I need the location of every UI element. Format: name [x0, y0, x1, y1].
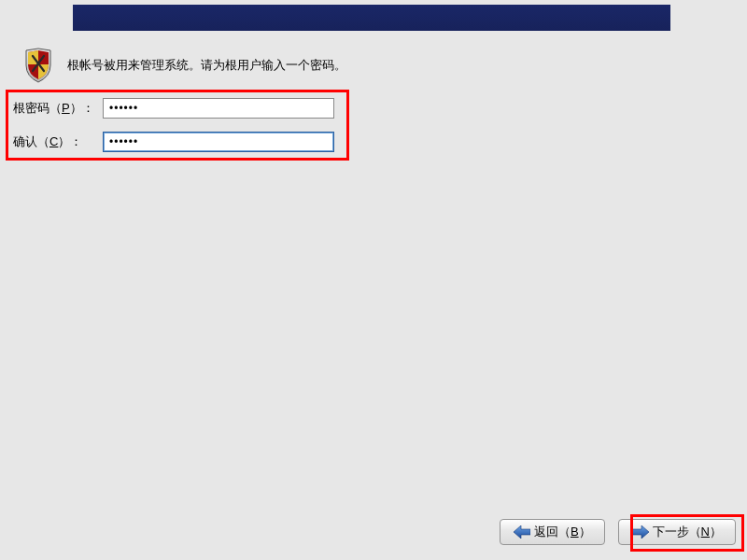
back-button[interactable]: 返回（B） — [500, 519, 605, 545]
description-row: 根帐号被用来管理系统。请为根用户输入一个密码。 — [22, 47, 346, 84]
password-form: 根密码（P）： 确认（C）： — [13, 97, 334, 164]
password-input[interactable] — [103, 98, 334, 119]
header-banner — [73, 5, 670, 31]
confirm-label: 确认（C）： — [13, 133, 103, 150]
next-button[interactable]: 下一步（N） — [618, 519, 736, 545]
confirm-input[interactable] — [103, 132, 334, 152]
password-label: 根密码（P）： — [13, 100, 103, 117]
next-button-label: 下一步（N） — [653, 524, 722, 540]
password-row: 根密码（P）： — [13, 97, 334, 119]
button-bar: 返回（B） 下一步（N） — [500, 519, 736, 545]
description-text: 根帐号被用来管理系统。请为根用户输入一个密码。 — [67, 57, 346, 74]
arrow-left-icon — [514, 525, 530, 539]
arrow-right-icon — [632, 525, 649, 539]
back-button-label: 返回（B） — [534, 524, 591, 540]
confirm-row: 确认（C）： — [13, 131, 334, 153]
shield-icon — [22, 47, 54, 84]
